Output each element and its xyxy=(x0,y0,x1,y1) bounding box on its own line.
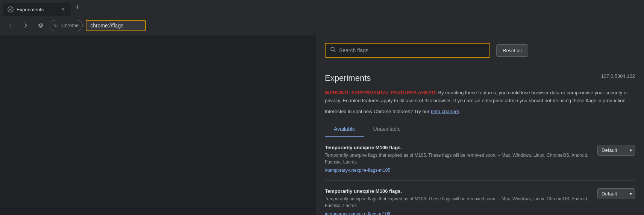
experiments-section: Experiments 107.0.5304.122 WARNING: EXPE… xyxy=(316,64,644,215)
tab-title: Experiments xyxy=(17,7,57,12)
version-text: 107.0.5304.122 xyxy=(601,73,635,79)
beta-channel-link[interactable]: beta channel xyxy=(431,109,459,114)
flag-item-m105: Temporarily unexpire M105 flags. Tempora… xyxy=(325,137,635,181)
tab-close-button[interactable]: ✕ xyxy=(60,6,66,12)
flag-info-m105: Temporarily unexpire M105 flags. Tempora… xyxy=(325,145,591,173)
reset-all-button[interactable]: Reset all xyxy=(496,44,528,57)
search-icon xyxy=(330,47,336,54)
experiments-title: Experiments xyxy=(325,73,371,83)
search-bar-container: Reset all xyxy=(316,35,644,64)
flag-select-m106[interactable]: Default Enabled Disabled xyxy=(597,188,635,199)
flag-description-m105: Temporarily unexpire flags that expired … xyxy=(325,152,591,165)
tab-unavailable[interactable]: Unavailable xyxy=(364,121,410,137)
flag-title-m106: Temporarily unexpire M106 flags. xyxy=(325,188,591,194)
tabs-container: Available Unavailable xyxy=(316,121,644,137)
chrome-text-label: Chrome xyxy=(61,23,79,28)
chrome-label-wrapper: 🛡 Chrome xyxy=(50,20,83,31)
omnibox[interactable]: chrome://flags xyxy=(86,20,146,31)
flag-select-wrapper-m106: Default Enabled Disabled xyxy=(597,188,635,199)
warning-text: WARNING: EXPERIMENTAL FEATURES AHEAD! By… xyxy=(325,89,635,105)
right-panel: Reset all Experiments 107.0.5304.122 WAR… xyxy=(316,35,644,215)
flag-item-m106: Temporarily unexpire M106 flags. Tempora… xyxy=(325,181,635,215)
address-bar: 🛡 Chrome chrome://flags xyxy=(0,16,644,35)
flag-select-wrapper-m105: Default Enabled Disabled xyxy=(597,145,635,156)
back-button[interactable] xyxy=(5,20,17,32)
browser-frame: Experiments ✕ + 🛡 Chrome chrome://flags xyxy=(0,0,644,215)
reload-button[interactable] xyxy=(35,20,47,32)
warning-prefix: WARNING: EXPERIMENTAL FEATURES AHEAD! xyxy=(325,90,437,95)
svg-point-1 xyxy=(331,47,334,51)
flag-select-m105[interactable]: Default Enabled Disabled xyxy=(597,145,635,156)
forward-button[interactable] xyxy=(20,20,32,32)
warning-box: WARNING: EXPERIMENTAL FEATURES AHEAD! By… xyxy=(325,89,635,115)
tab-favicon xyxy=(8,6,14,12)
beta-intro-text: Interested in cool new Chrome features? … xyxy=(325,109,431,114)
flag-info-m106: Temporarily unexpire M106 flags. Tempora… xyxy=(325,188,591,215)
beta-text-paragraph: Interested in cool new Chrome features? … xyxy=(325,108,635,116)
left-panel xyxy=(0,35,316,215)
tab-available[interactable]: Available xyxy=(325,121,364,137)
active-tab[interactable]: Experiments ✕ xyxy=(3,3,71,16)
page-content: Reset all Experiments 107.0.5304.122 WAR… xyxy=(0,35,644,215)
flag-link-m105[interactable]: #temporary-unexpire-flags-m105 xyxy=(325,168,390,173)
experiments-header: Experiments 107.0.5304.122 xyxy=(325,73,635,83)
flag-control-m106: Default Enabled Disabled xyxy=(597,188,635,199)
tab-bar: Experiments ✕ + xyxy=(0,0,644,16)
shield-icon: 🛡 xyxy=(54,23,59,29)
flag-title-m105: Temporarily unexpire M105 flags. xyxy=(325,145,591,150)
flag-description-m106: Temporarily unexpire flags that expired … xyxy=(325,195,591,209)
search-input[interactable] xyxy=(339,47,485,53)
search-input-wrapper xyxy=(325,43,490,58)
flag-link-m106[interactable]: #temporary-unexpire-flags-m106 xyxy=(325,211,390,215)
flag-control-m105: Default Enabled Disabled xyxy=(597,145,635,156)
beta-suffix: . xyxy=(459,109,460,114)
new-tab-button[interactable]: + xyxy=(72,2,83,12)
flags-list: Temporarily unexpire M105 flags. Tempora… xyxy=(325,137,635,215)
